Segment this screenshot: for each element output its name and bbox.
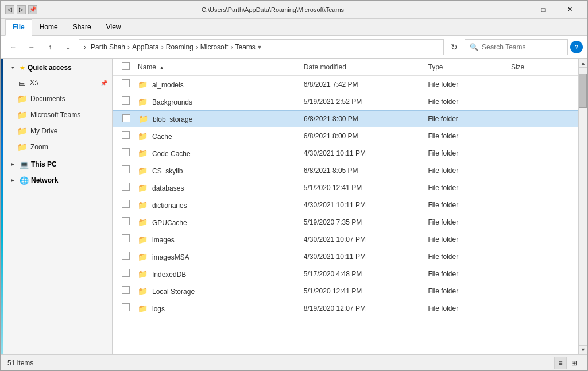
table-row[interactable]: 📁dictionaries 4/30/2021 10:11 PM File fo… bbox=[113, 196, 578, 214]
tab-view[interactable]: View bbox=[99, 19, 129, 35]
sidebar-label-xdrive: X:\ bbox=[30, 79, 38, 87]
body-area: ▾ ★ Quick access 🖴 X:\ 📌 📁 Documents 📁 M… bbox=[1, 59, 587, 354]
file-date-cell: 6/8/2021 8:00 PM bbox=[304, 132, 428, 140]
row-checkbox[interactable] bbox=[122, 114, 138, 124]
header-checkbox-col bbox=[122, 62, 138, 72]
table-row[interactable]: 📁Local Storage 5/1/2020 12:41 PM File fo… bbox=[113, 283, 578, 300]
file-date-cell: 5/19/2020 7:35 PM bbox=[304, 218, 428, 226]
table-row[interactable]: 📁Backgrounds 5/19/2021 2:52 PM File fold… bbox=[113, 93, 578, 110]
row-checkbox[interactable] bbox=[122, 200, 138, 210]
file-date-cell: 4/30/2021 10:11 PM bbox=[304, 149, 428, 157]
nav-recent-button[interactable]: ⌄ bbox=[60, 39, 76, 55]
path-dropdown-arrow[interactable]: ▾ bbox=[258, 43, 261, 51]
title-icon-forward[interactable]: ▷ bbox=[17, 5, 26, 14]
folder-icon: 📁 bbox=[138, 114, 148, 123]
row-checkbox[interactable] bbox=[122, 252, 138, 261]
sidebar-group-quick-access[interactable]: ▾ ★ Quick access bbox=[3, 61, 112, 75]
scrollbar-thumb[interactable] bbox=[579, 74, 587, 108]
folder-icon: 📁 bbox=[138, 132, 148, 141]
title-icon-back[interactable]: ◁ bbox=[5, 5, 14, 14]
folder-icon-zoom: 📁 bbox=[17, 142, 27, 152]
scrollbar-track[interactable]: ▲ ▼ bbox=[578, 59, 587, 354]
file-date-cell: 4/30/2021 10:07 PM bbox=[304, 235, 428, 244]
view-controls: ≡ ⊞ bbox=[554, 357, 581, 369]
row-checkbox[interactable] bbox=[122, 148, 138, 158]
network-icon: 🌐 bbox=[20, 176, 29, 185]
large-icons-view-button[interactable]: ⊞ bbox=[568, 357, 581, 369]
table-row[interactable]: 📁GPUCache 5/19/2020 7:35 PM File folder bbox=[113, 214, 578, 231]
folder-icon: 📁 bbox=[138, 97, 148, 106]
nav-up-button[interactable]: ↑ bbox=[42, 39, 58, 55]
sidebar-item-zoom[interactable]: 📁 Zoom bbox=[3, 139, 112, 155]
table-row[interactable]: 📁logs 8/19/2020 12:07 PM File folder bbox=[113, 300, 578, 317]
row-checkbox[interactable] bbox=[122, 303, 138, 313]
sort-arrow-name: ▲ bbox=[159, 65, 164, 71]
refresh-button[interactable]: ↻ bbox=[446, 39, 462, 55]
path-segment-appdata: AppData bbox=[132, 43, 159, 51]
table-row[interactable]: 📁CS_skylib 6/8/2021 8:05 PM File folder bbox=[113, 162, 578, 179]
table-row[interactable]: 📁databases 5/1/2020 12:41 PM File folder bbox=[113, 179, 578, 196]
minimize-button[interactable]: ─ bbox=[504, 1, 530, 19]
search-input[interactable] bbox=[482, 43, 563, 51]
folder-icon: 📁 bbox=[138, 149, 148, 158]
row-checkbox[interactable] bbox=[122, 131, 138, 141]
file-date-cell: 4/30/2021 10:11 PM bbox=[304, 201, 428, 209]
folder-icon: 📁 bbox=[138, 287, 148, 296]
table-row[interactable]: 📁IndexedDB 5/17/2020 4:48 PM File folder bbox=[113, 265, 578, 283]
row-checkbox[interactable] bbox=[122, 96, 138, 106]
scrollbar-down-button[interactable]: ▼ bbox=[579, 345, 587, 354]
expand-icon-this-pc: ► bbox=[8, 160, 17, 169]
file-name-cell: 📁databases bbox=[138, 183, 304, 192]
scrollbar-up-button[interactable]: ▲ bbox=[579, 59, 587, 68]
row-checkbox[interactable] bbox=[122, 234, 138, 244]
address-path-box[interactable]: › Parth Shah › AppData › Roaming › Micro… bbox=[79, 39, 444, 55]
file-date-cell: 4/30/2021 10:11 PM bbox=[304, 253, 428, 261]
ribbon: File Home Share View bbox=[1, 19, 587, 36]
row-checkbox[interactable] bbox=[122, 79, 138, 89]
table-row[interactable]: 📁Cache 6/8/2021 8:00 PM File folder bbox=[113, 127, 578, 145]
drive-icon: 🖴 bbox=[17, 78, 26, 87]
sidebar-item-documents[interactable]: 📁 Documents bbox=[3, 91, 112, 107]
sidebar-group-network[interactable]: ► 🌐 Network bbox=[3, 173, 112, 187]
row-checkbox[interactable] bbox=[122, 286, 138, 296]
address-bar: ← → ↑ ⌄ › Parth Shah › AppData › Roaming… bbox=[1, 36, 587, 59]
file-type-cell: File folder bbox=[428, 270, 510, 278]
tab-share[interactable]: Share bbox=[65, 19, 99, 35]
folder-icon: 📁 bbox=[138, 218, 148, 227]
file-name-cell: 📁Cache bbox=[138, 132, 304, 141]
row-checkbox[interactable] bbox=[122, 183, 138, 192]
row-checkbox[interactable] bbox=[122, 165, 138, 175]
file-name-cell: 📁Backgrounds bbox=[138, 97, 304, 106]
header-date[interactable]: Date modified bbox=[304, 63, 428, 71]
nav-back-button[interactable]: ← bbox=[5, 39, 21, 55]
help-button[interactable]: ? bbox=[570, 41, 583, 53]
header-name[interactable]: Name ▲ bbox=[138, 63, 304, 71]
table-row[interactable]: 📁ai_models 6/8/2021 7:42 PM File folder bbox=[113, 76, 578, 93]
sidebar-item-xdrive[interactable]: 🖴 X:\ 📌 bbox=[3, 75, 112, 91]
table-row[interactable]: 📁blob_storage 6/8/2021 8:00 PM File fold… bbox=[113, 110, 578, 127]
folder-icon: 📁 bbox=[138, 80, 148, 89]
select-all-checkbox[interactable] bbox=[122, 62, 130, 70]
ribbon-tabs: File Home Share View bbox=[1, 19, 587, 35]
title-icon-pin[interactable]: 📌 bbox=[28, 5, 37, 14]
file-type-cell: File folder bbox=[428, 167, 510, 175]
tab-home[interactable]: Home bbox=[32, 19, 65, 35]
sidebar-group-this-pc[interactable]: ► 💻 This PC bbox=[3, 157, 112, 171]
file-type-cell: File folder bbox=[428, 80, 510, 88]
sidebar-item-microsoft-teams[interactable]: 📁 Microsoft Teams bbox=[3, 107, 112, 123]
pin-icon-xdrive: 📌 bbox=[100, 80, 107, 86]
table-row[interactable]: 📁imagesMSA 4/30/2021 10:11 PM File folde… bbox=[113, 248, 578, 265]
sidebar-item-my-drive[interactable]: 📁 My Drive bbox=[3, 123, 112, 139]
nav-forward-button[interactable]: → bbox=[24, 39, 40, 55]
maximize-button[interactable]: □ bbox=[530, 1, 556, 19]
details-view-button[interactable]: ≡ bbox=[554, 357, 567, 369]
tab-file[interactable]: File bbox=[5, 19, 32, 36]
folder-icon-microsoft-teams: 📁 bbox=[17, 110, 27, 119]
row-checkbox[interactable] bbox=[122, 269, 138, 279]
table-row[interactable]: 📁Code Cache 4/30/2021 10:11 PM File fold… bbox=[113, 145, 578, 162]
row-checkbox[interactable] bbox=[122, 217, 138, 227]
table-row[interactable]: 📁images 4/30/2021 10:07 PM File folder bbox=[113, 231, 578, 248]
title-path: C:\Users\Parth\AppData\Roaming\Microsoft… bbox=[42, 6, 504, 13]
sidebar-label-network: Network bbox=[31, 176, 58, 184]
close-button[interactable]: ✕ bbox=[556, 1, 583, 19]
